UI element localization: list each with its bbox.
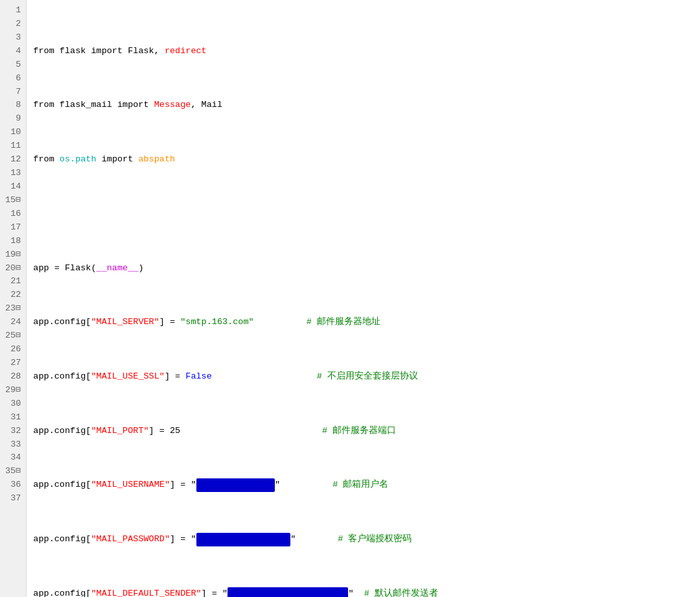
line-num-9: 9 bbox=[5, 112, 21, 126]
line-num-12: 12 bbox=[5, 153, 21, 167]
line-num-2: 2 bbox=[5, 18, 21, 31]
code-line-2: from flask_mail import Message, Mail bbox=[33, 99, 694, 112]
code-line-8: app.config["MAIL_PORT"] = 25 # 邮件服务器端口 bbox=[33, 425, 694, 438]
code-line-10: app.config["MAIL_PASSWORD"] = " " # 客户端授… bbox=[33, 533, 694, 546]
line-num-21: 21 bbox=[5, 275, 21, 288]
line-num-6: 6 bbox=[5, 72, 21, 86]
line-num-5: 5 bbox=[5, 58, 21, 72]
line-num-14: 14 bbox=[5, 180, 21, 194]
code-area: from flask import Flask, redirect from f… bbox=[27, 0, 700, 597]
line-num-1: 1 bbox=[5, 4, 21, 18]
line-num-37: 37 bbox=[5, 492, 21, 506]
line-num-29: 29⊟ bbox=[5, 384, 21, 397]
line-num-16: 16 bbox=[5, 207, 21, 221]
line-num-31: 31 bbox=[5, 411, 21, 425]
line-num-30: 30 bbox=[5, 397, 21, 411]
line-num-11: 11 bbox=[5, 139, 21, 153]
line-num-3: 3 bbox=[5, 31, 21, 45]
line-num-10: 10 bbox=[5, 126, 21, 139]
line-num-25: 25⊟ bbox=[5, 329, 21, 343]
code-line-4 bbox=[33, 207, 694, 221]
code-line-5: app = Flask(__name__) bbox=[33, 262, 694, 275]
code-line-9: app.config["MAIL_USERNAME"] = " " # 邮箱用户… bbox=[33, 478, 694, 492]
line-num-36: 36 bbox=[5, 478, 21, 492]
line-num-34: 34 bbox=[5, 451, 21, 465]
code-line-1: from flask import Flask, redirect bbox=[33, 45, 694, 58]
line-num-7: 7 bbox=[5, 86, 21, 99]
line-num-23: 23⊟ bbox=[5, 302, 21, 316]
line-num-32: 32 bbox=[5, 425, 21, 438]
line-num-20: 20⊟ bbox=[5, 262, 21, 275]
code-line-6: app.config["MAIL_SERVER"] = "smtp.163.co… bbox=[33, 316, 694, 329]
line-num-8: 8 bbox=[5, 99, 21, 112]
code-container: 1 2 3 4 5 6 7 8 9 10 11 12 13 14 15⊟ 16 … bbox=[0, 0, 700, 597]
line-num-22: 22 bbox=[5, 288, 21, 302]
line-num-18: 18 bbox=[5, 235, 21, 248]
line-numbers: 1 2 3 4 5 6 7 8 9 10 11 12 13 14 15⊟ 16 … bbox=[0, 0, 27, 597]
line-num-35: 35⊟ bbox=[5, 465, 21, 478]
line-num-28: 28 bbox=[5, 370, 21, 384]
line-num-13: 13 bbox=[5, 167, 21, 180]
line-num-33: 33 bbox=[5, 438, 21, 452]
code-line-11: app.config["MAIL_DEFAULT_SENDER"] = " " … bbox=[33, 587, 694, 597]
line-num-15: 15⊟ bbox=[5, 194, 21, 207]
line-num-24: 24 bbox=[5, 316, 21, 329]
line-num-17: 17 bbox=[5, 221, 21, 235]
code-line-3: from os.path import abspath bbox=[33, 153, 694, 167]
line-num-27: 27 bbox=[5, 357, 21, 370]
line-num-19: 19⊟ bbox=[5, 248, 21, 262]
line-num-26: 26 bbox=[5, 343, 21, 357]
code-line-7: app.config["MAIL_USE_SSL"] = False # 不启用… bbox=[33, 370, 694, 384]
line-num-4: 4 bbox=[5, 45, 21, 58]
